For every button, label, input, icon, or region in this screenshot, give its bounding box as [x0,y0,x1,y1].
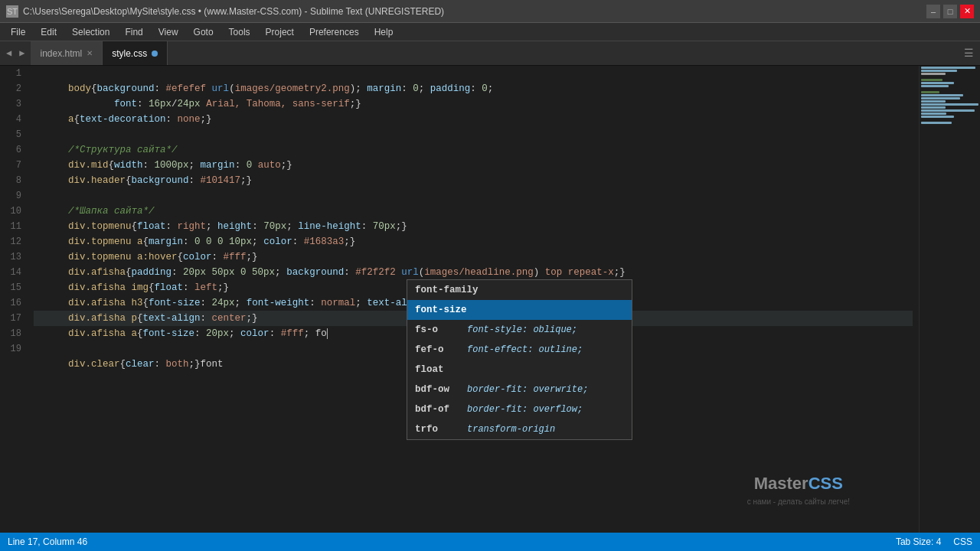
status-language[interactable]: CSS [953,536,972,547]
ac-desc-fs-o: font-style: oblique; [467,322,577,337]
menu-preferences[interactable]: Preferences [302,25,367,39]
tab-index-html-label: index.html [40,48,82,59]
ac-item-font-size[interactable]: font-size [407,300,632,320]
line-num-14: 14 [3,265,21,280]
menu-help[interactable]: Help [367,25,401,39]
code-line-10: div.topmenu{float: right; height: 70px; … [34,204,913,219]
minimap-line-1 [921,67,975,69]
status-tab-size[interactable]: Tab Size: 4 [896,536,941,547]
line-num-12: 12 [3,234,21,249]
ac-item-fs-o[interactable]: fs-o font-style: oblique; [407,320,632,340]
status-bar: Line 17, Column 46 Tab Size: 4 CSS [0,533,980,551]
code-line-1: body{background: #efefef url(images/geom… [34,66,913,81]
tab-index-html[interactable]: index.html ✕ [31,41,103,65]
status-left: Line 17, Column 46 [8,536,87,547]
title-text: C:\Users\Serega\Desktop\MySite\style.css… [23,6,444,17]
minimap [919,66,980,533]
logo-text: MasterCSS [747,476,850,494]
line-num-8: 8 [3,173,21,188]
minimap-line-13 [921,103,978,106]
status-line-col: Line 17, Column 46 [8,536,87,547]
minimap-line-14 [921,106,946,109]
menu-bar: File Edit Selection Find View Goto Tools… [0,23,980,41]
tab-prev-button[interactable]: ◀ [3,46,15,60]
menu-view[interactable]: View [151,25,186,39]
minimap-line-15 [921,109,975,112]
minimize-button[interactable]: – [926,5,940,18]
ac-abbr-float: float [415,362,461,377]
line-num-1: 1 [3,66,21,81]
maximize-button[interactable]: □ [943,5,957,18]
ac-abbr-fef-o: fef-o [415,342,461,357]
minimap-line-17 [921,116,954,118]
minimap-line-16 [921,112,946,115]
minimap-line-9 [921,91,939,93]
ac-abbr-bdf-of: bdf-of [415,402,461,417]
minimap-line-10 [921,94,963,96]
status-right: Tab Size: 4 CSS [896,536,972,547]
menu-file[interactable]: File [3,25,33,39]
minimap-line-19 [921,122,952,124]
minimap-toggle-button[interactable]: ☰ [964,47,974,60]
ac-abbr-font-family: font-family [415,282,479,298]
menu-project[interactable]: Project [258,25,302,39]
line-num-3: 3 [3,96,21,112]
ac-item-bdf-of[interactable]: bdf-of border-fit: overflow; [407,399,632,419]
line-numbers: 1 2 3 4 5 6 7 8 9 10 11 12 13 14 15 16 1… [0,66,28,533]
tab-next-button[interactable]: ▶ [16,46,28,60]
ac-item-fef-o[interactable]: fef-o font-effect: outline; [407,340,632,360]
autocomplete-dropdown[interactable]: font-family font-size fs-o font-style: o… [407,279,632,440]
close-button[interactable]: ✕ [960,5,974,18]
line-num-17: 17 [3,311,21,326]
line-num-2: 2 [3,81,21,96]
line-num-4: 4 [3,112,21,127]
tab-style-css-modified-dot [152,51,158,57]
ac-abbr-bdf-ow: bdf-ow [415,382,461,397]
minimap-line-6 [921,82,954,84]
title-bar: ST C:\Users\Serega\Desktop\MySite\style.… [0,0,980,23]
ac-abbr-fs-o: fs-o [415,322,461,337]
minimap-line-7 [921,85,949,87]
line-num-18: 18 [3,326,21,341]
title-bar-left: ST C:\Users\Serega\Desktop\MySite\style.… [6,5,444,18]
minimap-line-5 [921,79,942,81]
line-num-7: 7 [3,158,21,173]
ac-desc-fef-o: font-effect: outline; [467,342,583,357]
line-num-11: 11 [3,219,21,234]
menu-edit[interactable]: Edit [33,25,64,39]
ac-abbr-trfo: trfo [415,422,461,437]
menu-selection[interactable]: Selection [64,25,117,39]
ac-item-bdf-ow[interactable]: bdf-ow border-fit: overwrite; [407,380,632,399]
tab-nav-buttons: ◀ ▶ [0,41,31,65]
line-num-16: 16 [3,295,21,311]
ac-desc-bdf-of: border-fit: overflow; [467,402,583,417]
tab-bar: ◀ ▶ index.html ✕ style.css ☰ [0,41,980,66]
tab-index-html-close[interactable]: ✕ [87,49,93,57]
tab-style-css[interactable]: style.css [103,41,168,65]
minimap-line-2 [921,70,957,72]
code-area[interactable]: body{background: #efefef url(images/geom… [28,66,919,533]
logo-master: Master [754,474,808,493]
mastercss-logo: MasterCSS с нами - делать сайты легче! [747,476,850,510]
menu-goto[interactable]: Goto [186,25,221,39]
line-num-15: 15 [3,280,21,295]
line-num-9: 9 [3,188,21,204]
ac-item-float[interactable]: float [407,360,632,380]
ac-item-font-family[interactable]: font-family [407,280,632,300]
line-num-13: 13 [3,249,21,265]
tab-style-css-label: style.css [112,48,147,59]
logo-css: CSS [808,474,843,493]
minimap-line-3 [921,73,946,75]
ac-item-trfo[interactable]: trfo transform-origin [407,419,632,439]
minimap-line-12 [921,100,946,103]
app-icon: ST [6,5,18,18]
menu-find[interactable]: Find [117,25,150,39]
code-line-5: /*Структура сайта*/ [34,127,913,142]
line-num-5: 5 [3,127,21,142]
line-num-19: 19 [3,341,21,357]
line-num-10: 10 [3,204,21,219]
line-num-6: 6 [3,142,21,158]
ac-desc-bdf-ow: border-fit: overwrite; [467,382,588,397]
logo-tagline: с нами - делать сайты легче! [747,494,850,510]
menu-tools[interactable]: Tools [221,25,258,39]
